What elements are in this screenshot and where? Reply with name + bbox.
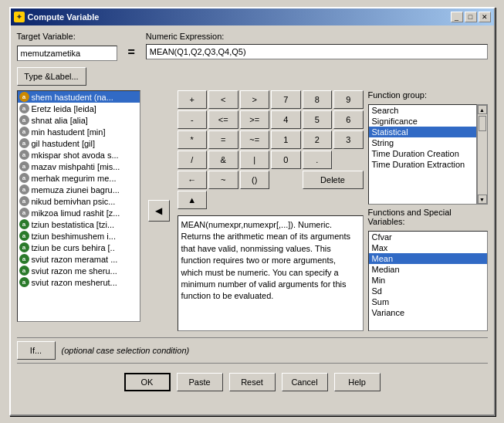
- function-special-item[interactable]: Median: [369, 264, 487, 275]
- cancel-button[interactable]: Cancel: [282, 373, 328, 391]
- variable-type-icon: a: [19, 103, 29, 113]
- calc-button-|[interactable]: |: [240, 151, 270, 169]
- variable-list-item[interactable]: amemuza ziunei bagru...: [18, 184, 140, 195]
- target-variable-section: Target Variable: Type &Label...: [17, 32, 117, 86]
- function-special-item[interactable]: Min: [369, 275, 487, 286]
- variable-type-icon: a: [19, 208, 29, 218]
- ok-button[interactable]: OK: [124, 373, 171, 391]
- variable-list-item[interactable]: ashnat alia [alia]: [18, 114, 140, 126]
- variable-list-item[interactable]: agil hastudent [gil]: [18, 137, 140, 149]
- calc-button--[interactable]: -: [178, 110, 208, 129]
- calc-button-*[interactable]: *: [178, 130, 208, 149]
- calc-button-▲[interactable]: ▲: [178, 191, 208, 209]
- variable-name: shnat alia [alia]: [32, 116, 88, 125]
- calc-button->=[interactable]: >=: [240, 110, 270, 129]
- if-label: (optional case selection condition): [62, 346, 190, 355]
- scroll-down-arrow[interactable]: ▼: [478, 195, 487, 204]
- calc-button-8[interactable]: 8: [303, 90, 333, 109]
- variable-list-item[interactable]: ashem hastudent (na...: [18, 91, 140, 103]
- function-special-item[interactable]: Mean: [369, 253, 487, 264]
- calc-button-Delete[interactable]: Delete: [303, 171, 364, 189]
- variable-name: min hastudent [min]: [32, 127, 106, 137]
- calc-button-=[interactable]: =: [208, 130, 238, 149]
- function-group-item[interactable]: Search: [369, 105, 476, 116]
- function-group-list[interactable]: SearchSignificanceStatisticalStringTime …: [368, 104, 477, 205]
- if-section: If... (optional case selection condition…: [17, 337, 488, 364]
- calc-button-0[interactable]: 0: [271, 151, 301, 169]
- variable-list-item[interactable]: aEretz leida [leida]: [18, 103, 140, 114]
- reset-button[interactable]: Reset: [229, 373, 276, 391]
- variable-list-item[interactable]: asviut razon mesherut...: [18, 276, 140, 288]
- variable-list-item[interactable]: atziun bestatistica [tzi...: [18, 218, 140, 230]
- function-special-item[interactable]: Variance: [369, 307, 487, 318]
- variable-name: gil hastudent [gil]: [32, 139, 96, 148]
- numeric-expression-label: Numeric Expression:: [146, 32, 488, 41]
- function-group-item[interactable]: String: [369, 137, 476, 148]
- arrow-button[interactable]: ◀: [148, 200, 170, 222]
- variable-type-icon: a: [19, 219, 29, 229]
- function-special-item[interactable]: Max: [369, 242, 487, 253]
- variable-name: sviut razon me sheru...: [32, 266, 117, 276]
- function-special-item[interactable]: Sd: [369, 286, 487, 296]
- calc-button-()[interactable]: (): [240, 171, 270, 189]
- help-button[interactable]: Help: [334, 373, 381, 391]
- target-variable-input[interactable]: [17, 46, 117, 61]
- calc-button-+[interactable]: +: [178, 90, 208, 109]
- function-group-scrollbar[interactable]: ▲ ▼: [477, 104, 488, 205]
- variable-listbox[interactable]: ashem hastudent (na...aEretz leida [leid…: [17, 90, 140, 322]
- calc-button-&[interactable]: &: [208, 151, 238, 169]
- variable-type-icon: a: [19, 277, 29, 287]
- scroll-thumb[interactable]: [479, 116, 486, 131]
- variable-list-item[interactable]: amikzoa limud rashit [z...: [18, 207, 140, 218]
- calc-button-9[interactable]: 9: [333, 90, 364, 109]
- if-button[interactable]: If...: [17, 341, 56, 360]
- function-group-item[interactable]: Statistical: [369, 127, 476, 137]
- function-group-label: Function group:: [368, 90, 488, 100]
- calc-button-6[interactable]: 6: [333, 110, 364, 129]
- calc-button-7[interactable]: 7: [271, 90, 301, 109]
- functions-special-list[interactable]: CfvarMaxMeanMedianMinSdSumVariance: [368, 231, 488, 331]
- calc-button-~=[interactable]: ~=: [240, 130, 270, 149]
- calc-button-4[interactable]: 4: [271, 110, 301, 129]
- scroll-up-arrow[interactable]: ▲: [478, 105, 487, 114]
- calc-button-3[interactable]: 3: [333, 130, 364, 149]
- variable-name: merhak megurim me...: [32, 174, 117, 183]
- variable-list-item[interactable]: asviut razon me sheru...: [18, 265, 140, 276]
- calc-button-.[interactable]: .: [303, 151, 333, 169]
- paste-button[interactable]: Paste: [177, 373, 223, 391]
- middle-section: ashem hastudent (na...aEretz leida [leid…: [17, 90, 488, 331]
- variable-list-item[interactable]: atziun be curs behira [..: [18, 242, 140, 253]
- variable-list-item[interactable]: amazav mishpahti [mis...: [18, 161, 140, 172]
- calc-button-empty: [333, 151, 364, 169]
- variable-list-item[interactable]: amin hastudent [min]: [18, 126, 140, 137]
- variable-list-item[interactable]: anikud bemivhan psic...: [18, 195, 140, 207]
- variable-name: mkispar shot avoda s...: [32, 151, 119, 160]
- calc-button-2[interactable]: 2: [303, 130, 333, 149]
- calc-button-←[interactable]: ←: [178, 171, 208, 189]
- variable-list-item[interactable]: atziun beshimushem i...: [18, 230, 140, 242]
- function-group-item[interactable]: Significance: [369, 116, 476, 127]
- target-variable-label: Target Variable:: [17, 32, 117, 41]
- function-special-item[interactable]: Cfvar: [369, 232, 487, 242]
- calc-button-~[interactable]: ~: [208, 171, 238, 189]
- numeric-expression-input[interactable]: [146, 44, 488, 59]
- calc-button-/[interactable]: /: [178, 151, 208, 169]
- variable-type-icon: a: [19, 184, 29, 195]
- calc-button-1[interactable]: 1: [271, 130, 301, 149]
- function-group-item[interactable]: Time Duration Extraction: [369, 159, 476, 170]
- variable-list-item[interactable]: asviut razon meramat ...: [18, 253, 140, 265]
- variable-name: shem hastudent (na...: [32, 93, 113, 102]
- function-special-item[interactable]: Sum: [369, 296, 487, 307]
- type-label-button[interactable]: Type &Label...: [17, 67, 86, 86]
- close-button[interactable]: ✕: [479, 12, 491, 22]
- calc-button->[interactable]: >: [240, 90, 270, 109]
- maximize-button[interactable]: □: [465, 12, 477, 22]
- calc-button-5[interactable]: 5: [303, 110, 333, 129]
- variable-list-item[interactable]: amkispar shot avoda s...: [18, 149, 140, 161]
- minimize-button[interactable]: _: [451, 12, 463, 22]
- variable-list-item[interactable]: amerhak megurim me...: [18, 172, 140, 184]
- top-row: Target Variable: Type &Label... = Numeri…: [17, 32, 488, 86]
- calc-button-<=[interactable]: <=: [208, 110, 238, 129]
- function-group-item[interactable]: Time Duration Creation: [369, 148, 476, 159]
- calc-button-<[interactable]: <: [208, 90, 238, 109]
